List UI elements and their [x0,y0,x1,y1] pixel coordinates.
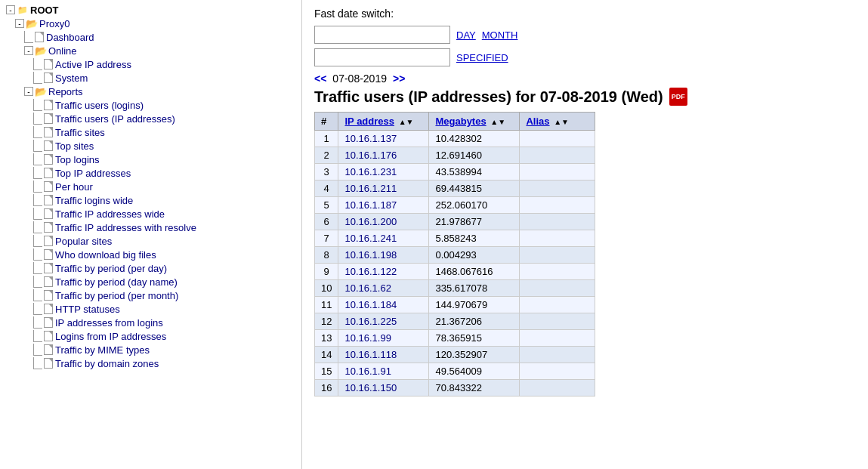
sidebar-item-reports[interactable]: - 📂 Reports [0,85,301,98]
report-link-19[interactable]: Traffic by domain zones [55,358,159,369]
sidebar-item-online[interactable]: - 📂 Online [0,44,301,57]
report-link-3[interactable]: Top sites [55,140,94,152]
sidebar-item-report-9[interactable]: Traffic IP addresses with resolve [0,221,301,234]
date-input-1[interactable] [314,26,450,44]
sidebar-item-report-4[interactable]: Top logins [0,153,301,166]
day-link[interactable]: DAY [456,29,476,41]
col-alias-header[interactable]: Alias ▲▼ [520,113,595,131]
sidebar-item-report-16[interactable]: IP addresses from logins [0,316,301,329]
ip-link-10[interactable]: 10.16.1.184 [344,299,397,310]
sidebar-item-active-ip[interactable]: Active IP address [0,57,301,71]
proxy-link[interactable]: Proxy0 [39,18,70,29]
root-toggle[interactable]: - [6,5,15,14]
sidebar-item-report-13[interactable]: Traffic by period (day name) [0,275,301,288]
ip-link-6[interactable]: 10.16.1.241 [344,233,397,244]
col-ip-header[interactable]: IP address ▲▼ [338,113,429,131]
col-mb-header[interactable]: Megabytes ▲▼ [429,113,520,131]
sidebar-item-report-0[interactable]: Traffic users (logins) [0,98,301,112]
ip-link-1[interactable]: 10.16.1.176 [344,150,397,161]
sidebar-item-report-19[interactable]: Traffic by domain zones [0,356,301,370]
report-link-14[interactable]: Traffic by period (per month) [55,290,178,301]
ip-link-7[interactable]: 10.16.1.198 [344,249,397,261]
ip-sort-arrow: ▲▼ [399,118,414,126]
report-link-6[interactable]: Per hour [55,181,93,193]
pdf-icon[interactable]: PDF [669,88,687,106]
report-link-18[interactable]: Traffic by MIME types [55,344,150,356]
report-link-9[interactable]: Traffic IP addresses with resolve [55,222,196,233]
prev-arrow[interactable]: << [314,73,326,85]
col-alias-link[interactable]: Alias [526,116,549,127]
report-link-17[interactable]: Logins from IP addresses [55,331,166,342]
next-arrow[interactable]: >> [393,73,405,85]
proxy-icon: 📂 [26,17,38,29]
ip-link-4[interactable]: 10.16.1.187 [344,199,397,211]
sidebar-item-system[interactable]: System [0,71,301,85]
report-link-5[interactable]: Top IP addresses [55,168,131,179]
sidebar-item-report-5[interactable]: Top IP addresses [0,166,301,180]
sidebar-item-report-12[interactable]: Traffic by period (per day) [0,261,301,275]
report-connector-15 [33,303,42,315]
ip-link-2[interactable]: 10.16.1.231 [344,166,397,177]
sidebar-item-report-11[interactable]: Who download big files [0,248,301,261]
report-link-1[interactable]: Traffic users (IP addresses) [55,113,175,125]
sidebar-item-report-2[interactable]: Traffic sites [0,125,301,139]
report-doc-icon-17 [44,331,53,341]
cell-ip-5: 10.16.1.200 [338,214,429,230]
ip-link-12[interactable]: 10.16.1.99 [344,332,391,344]
reports-toggle[interactable]: - [24,87,33,96]
sidebar-item-proxy[interactable]: - 📂 Proxy0 [0,17,301,30]
proxy-toggle[interactable]: - [15,19,24,28]
ip-link-8[interactable]: 10.16.1.122 [344,266,397,277]
report-link-7[interactable]: Traffic logins wide [55,195,133,206]
ip-link-14[interactable]: 10.16.1.91 [344,366,391,377]
sidebar-item-report-17[interactable]: Logins from IP addresses [0,329,301,343]
date-input-2[interactable] [314,48,450,66]
specified-link[interactable]: SPECIFIED [456,52,508,63]
table-row: 15 10.16.1.91 49.564009 [315,363,595,380]
month-link[interactable]: MONTH [482,29,518,41]
report-link-16[interactable]: IP addresses from logins [55,317,163,329]
online-link[interactable]: Online [48,45,77,57]
col-ip-link[interactable]: IP address [344,116,394,127]
ip-link-13[interactable]: 10.16.1.118 [344,349,397,360]
sidebar-item-report-18[interactable]: Traffic by MIME types [0,343,301,356]
col-mb-link[interactable]: Megabytes [435,116,486,127]
sidebar-item-report-10[interactable]: Popular sites [0,234,301,248]
sidebar-item-dashboard[interactable]: Dashboard [0,30,301,44]
dashboard-link[interactable]: Dashboard [46,32,94,43]
sidebar-item-report-1[interactable]: Traffic users (IP addresses) [0,112,301,125]
active-ip-link[interactable]: Active IP address [55,59,131,70]
sidebar-item-report-15[interactable]: HTTP statuses [0,302,301,316]
report-link-13[interactable]: Traffic by period (day name) [55,276,178,288]
system-link[interactable]: System [55,73,88,84]
report-link-10[interactable]: Popular sites [55,236,112,247]
ip-link-5[interactable]: 10.16.1.200 [344,216,397,227]
report-link-4[interactable]: Top logins [55,154,100,165]
col-num-header[interactable]: # [315,113,338,131]
sidebar-item-report-7[interactable]: Traffic logins wide [0,193,301,207]
sidebar-item-report-14[interactable]: Traffic by period (per month) [0,288,301,302]
sidebar-item-report-6[interactable]: Per hour [0,180,301,193]
ip-link-3[interactable]: 10.16.1.211 [344,183,397,194]
report-doc-icon-1 [44,113,53,124]
report-link-11[interactable]: Who download big files [55,249,156,261]
report-link-0[interactable]: Traffic users (logins) [55,100,144,111]
sidebar-item-report-3[interactable]: Top sites [0,139,301,153]
online-toggle[interactable]: - [24,46,33,55]
cell-alias-12 [520,330,595,347]
report-link-2[interactable]: Traffic sites [55,127,105,138]
ip-link-9[interactable]: 10.16.1.62 [344,282,391,294]
table-row: 11 10.16.1.184 144.970679 [315,297,595,313]
reports-link[interactable]: Reports [48,86,83,97]
report-link-15[interactable]: HTTP statuses [55,304,120,315]
ip-link-11[interactable]: 10.16.1.225 [344,316,397,327]
ip-link-15[interactable]: 10.16.1.150 [344,382,397,393]
report-link-8[interactable]: Traffic IP addresses wide [55,208,165,220]
sidebar-item-root[interactable]: - 📁 ROOT [0,3,301,17]
report-link-12[interactable]: Traffic by period (per day) [55,263,167,274]
report-doc-icon-12 [44,263,53,273]
table-row: 8 10.16.1.198 0.004293 [315,247,595,264]
ip-link-0[interactable]: 10.16.1.137 [344,133,397,144]
cell-ip-7: 10.16.1.198 [338,247,429,264]
sidebar-item-report-8[interactable]: Traffic IP addresses wide [0,207,301,221]
